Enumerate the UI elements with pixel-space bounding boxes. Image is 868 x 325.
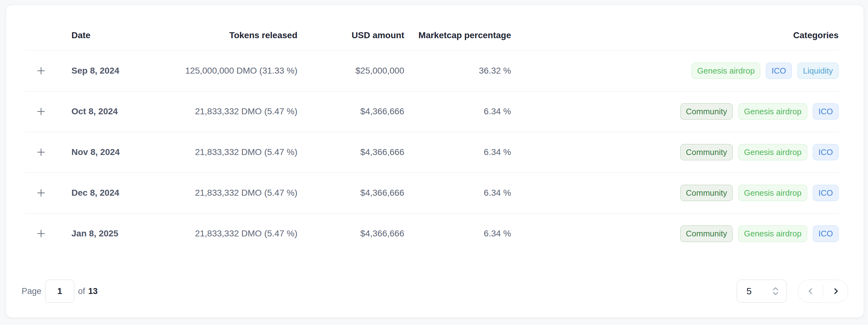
page-number-input[interactable] (45, 280, 74, 303)
category-badge-ico: ICO (813, 103, 839, 120)
category-badges: Community Genesis airdrop ICO (511, 225, 839, 242)
cell-tokens-released: 125,000,000 DMO (31.33 %) (151, 51, 298, 91)
cell-usd-amount: $25,000,000 (298, 51, 404, 91)
table-row: Sep 8, 2024 125,000,000 DMO (31.33 %) $2… (25, 51, 839, 91)
cell-marketcap-percentage: 6.34 % (404, 213, 511, 254)
table-wrapper: Date Tokens released USD amount Marketca… (6, 5, 864, 254)
cell-tokens-released: 21,833,332 DMO (5.47 %) (151, 213, 298, 254)
page-of-total: of 13 (78, 287, 98, 296)
page-indicator: Page of 13 (22, 280, 98, 303)
category-badge-ico: ICO (813, 185, 839, 201)
category-badge-community: Community (680, 144, 733, 161)
next-page-button[interactable] (823, 280, 848, 302)
cell-date: Nov 8, 2024 (57, 132, 151, 172)
cell-date: Dec 8, 2024 (57, 172, 151, 213)
table-row: Nov 8, 2024 21,833,332 DMO (5.47 %) $4,3… (25, 132, 839, 172)
expand-row-button[interactable] (34, 104, 49, 119)
column-header-usd-amount: USD amount (298, 5, 404, 51)
cell-usd-amount: $4,366,666 (298, 213, 404, 254)
cell-date: Oct 8, 2024 (57, 91, 151, 132)
unlock-schedule-card: Date Tokens released USD amount Marketca… (6, 5, 864, 318)
cell-marketcap-percentage: 6.34 % (404, 91, 511, 132)
cell-usd-amount: $4,366,666 (298, 132, 404, 172)
column-header-expander (25, 5, 57, 51)
cell-usd-amount: $4,366,666 (298, 172, 404, 213)
table-row: Jan 8, 2025 21,833,332 DMO (5.47 %) $4,3… (25, 213, 839, 254)
category-badge-genesis-airdrop: Genesis airdrop (691, 63, 761, 79)
category-badge-community: Community (680, 225, 733, 242)
pagination-bar: Page of 13 5 (22, 280, 848, 303)
page-label: Page (22, 287, 41, 296)
total-pages: 13 (88, 287, 98, 296)
page-nav-buttons (798, 280, 848, 303)
cell-tokens-released: 21,833,332 DMO (5.47 %) (151, 172, 298, 213)
plus-icon (36, 148, 46, 157)
category-badges: Community Genesis airdrop ICO (511, 144, 839, 161)
category-badge-genesis-airdrop: Genesis airdrop (738, 103, 807, 120)
category-badge-genesis-airdrop: Genesis airdrop (738, 144, 807, 161)
category-badge-genesis-airdrop: Genesis airdrop (738, 185, 807, 201)
of-label: of (78, 287, 85, 296)
cell-tokens-released: 21,833,332 DMO (5.47 %) (151, 132, 298, 172)
column-header-tokens-released: Tokens released (151, 5, 298, 51)
cell-marketcap-percentage: 6.34 % (404, 172, 511, 213)
expand-row-button[interactable] (34, 226, 49, 241)
category-badge-community: Community (680, 103, 733, 120)
category-badges: Community Genesis airdrop ICO (511, 185, 839, 201)
pagination-controls: 5 (737, 280, 848, 303)
category-badge-liquidity: Liquidity (798, 63, 839, 79)
column-header-marketcap-percentage: Marketcap percentage (404, 5, 511, 51)
table-row: Dec 8, 2024 21,833,332 DMO (5.47 %) $4,3… (25, 172, 839, 213)
cell-tokens-released: 21,833,332 DMO (5.47 %) (151, 91, 298, 132)
plus-icon (36, 107, 46, 116)
column-header-date: Date (57, 5, 151, 51)
chevron-right-icon (832, 287, 840, 295)
table-row: Oct 8, 2024 21,833,332 DMO (5.47 %) $4,3… (25, 91, 839, 132)
unlock-schedule-table: Date Tokens released USD amount Marketca… (25, 5, 839, 254)
chevrons-up-down-icon (772, 287, 780, 296)
category-badges: Genesis airdrop ICO Liquidity (511, 63, 839, 79)
cell-date: Jan 8, 2025 (57, 213, 151, 254)
plus-icon (36, 66, 46, 75)
chevron-left-icon (807, 287, 815, 295)
table-header-row: Date Tokens released USD amount Marketca… (25, 5, 839, 51)
page-size-select[interactable]: 5 (737, 280, 787, 303)
category-badge-community: Community (680, 185, 733, 201)
cell-usd-amount: $4,366,666 (298, 91, 404, 132)
category-badge-ico: ICO (766, 63, 792, 79)
expand-row-button[interactable] (34, 145, 49, 160)
column-header-categories: Categories (511, 5, 839, 51)
expand-row-button[interactable] (34, 63, 49, 78)
previous-page-button[interactable] (798, 280, 823, 302)
cell-marketcap-percentage: 6.34 % (404, 132, 511, 172)
plus-icon (36, 188, 46, 198)
expand-row-button[interactable] (34, 185, 49, 200)
plus-icon (36, 229, 46, 238)
category-badge-ico: ICO (813, 144, 839, 161)
cell-marketcap-percentage: 36.32 % (404, 51, 511, 91)
category-badge-ico: ICO (813, 225, 839, 242)
category-badge-genesis-airdrop: Genesis airdrop (738, 225, 807, 242)
cell-date: Sep 8, 2024 (57, 51, 151, 91)
category-badges: Community Genesis airdrop ICO (511, 103, 839, 120)
page-size-value: 5 (746, 286, 752, 296)
